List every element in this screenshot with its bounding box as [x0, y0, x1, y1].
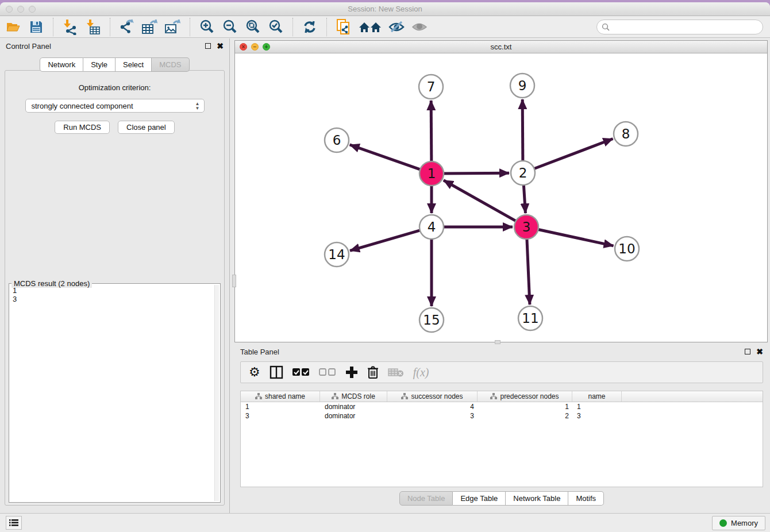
graph-edge-3-1[interactable] [444, 180, 517, 222]
zoom-in-icon[interactable] [198, 18, 215, 36]
result-scrollbar[interactable] [214, 285, 219, 501]
node-table: shared nameMCDS rolesuccessor nodesprede… [240, 391, 763, 487]
column-header-name[interactable]: name [572, 391, 622, 402]
graph-edge-2-3[interactable] [523, 184, 525, 213]
optimization-criterion-select[interactable]: strongly connected component ▲▼ [25, 99, 205, 113]
deselect-checkboxes-icon[interactable] [319, 368, 336, 376]
table-cell[interactable]: 1 [572, 402, 622, 411]
home-icon[interactable] [358, 18, 382, 36]
table-cell[interactable]: 3 [387, 411, 478, 421]
graph-node-label-1: 1 [428, 166, 436, 181]
export-image-icon[interactable] [164, 18, 182, 36]
table-cell[interactable]: 2 [478, 411, 572, 421]
graph-edge-3-10[interactable] [537, 229, 614, 246]
control-panel-title: Control Panel [6, 42, 51, 51]
tab-style[interactable]: Style [83, 57, 116, 72]
graph-node-label-2: 2 [519, 165, 528, 180]
splitter-handle-horizontal[interactable] [495, 340, 500, 344]
mcds-result-list[interactable]: 1 3 [13, 286, 213, 501]
tab-mcds[interactable]: MCDS [152, 57, 189, 72]
network-canvas[interactable]: 1234678910111415 [235, 53, 767, 342]
table-toolbar: ⚙ [240, 361, 763, 383]
tab-network[interactable]: Network [40, 57, 83, 72]
search-input[interactable] [596, 20, 763, 34]
graph-node-label-14: 14 [328, 247, 345, 262]
titlebar: Session: New Session [0, 2, 770, 16]
duplicate-network-icon[interactable] [335, 18, 352, 36]
export-table-icon[interactable] [141, 18, 159, 36]
column-header-shared-name[interactable]: shared name [241, 391, 320, 402]
tab-node-table[interactable]: Node Table [399, 491, 453, 506]
column-header-MCDS-role[interactable]: MCDS role [320, 391, 387, 402]
zoom-selected-icon[interactable] [267, 18, 284, 36]
graph-edge-3-11[interactable] [527, 238, 530, 304]
network-graph[interactable]: 1234678910111415 [235, 53, 767, 342]
tab-motifs[interactable]: Motifs [568, 491, 604, 506]
graph-node-label-6: 6 [333, 133, 341, 148]
column-layout-icon[interactable] [270, 365, 283, 379]
node-table-header: shared nameMCDS rolesuccessor nodesprede… [241, 391, 763, 402]
search-container [596, 20, 763, 34]
hierarchy-icon [490, 393, 497, 400]
delete-column-icon[interactable] [367, 365, 379, 379]
refresh-icon[interactable] [301, 18, 318, 36]
float-table-panel-icon[interactable] [745, 349, 750, 354]
splitter-handle-vertical[interactable] [232, 275, 236, 287]
import-network-icon[interactable] [61, 18, 79, 36]
hide-selected-icon[interactable] [388, 18, 405, 36]
graph-node-label-10: 10 [618, 241, 635, 256]
save-session-icon[interactable] [28, 18, 45, 36]
table-cell[interactable]: 4 [387, 402, 478, 411]
tab-edge-table[interactable]: Edge Table [453, 491, 506, 506]
import-table-icon[interactable] [84, 18, 102, 36]
export-network-icon[interactable] [118, 18, 136, 36]
memory-button[interactable]: Memory [712, 516, 765, 530]
table-cell[interactable]: dominator [320, 402, 387, 411]
column-header-successor-nodes[interactable]: successor nodes [387, 391, 478, 402]
delete-table-icon[interactable] [388, 367, 404, 377]
table-cell[interactable]: 1 [478, 402, 572, 411]
settings-gear-icon[interactable]: ⚙ [249, 366, 260, 379]
function-builder-icon[interactable]: f(x) [413, 366, 429, 379]
table-cell[interactable]: 3 [241, 411, 320, 421]
add-column-icon[interactable] [345, 366, 358, 379]
graph-edge-2-9[interactable] [522, 99, 523, 162]
open-file-icon[interactable] [5, 18, 22, 36]
graph-edge-2-8[interactable] [533, 139, 613, 169]
table-panel-tabs: Node TableEdge TableNetwork TableMotifs [234, 491, 769, 506]
zoom-out-icon[interactable] [221, 18, 238, 36]
graph-node-label-9: 9 [518, 78, 527, 93]
select-all-checkboxes-icon[interactable] [292, 368, 310, 376]
table-row[interactable]: 3dominator323 [241, 411, 763, 421]
table-cell[interactable]: dominator [320, 411, 387, 421]
main-area: Control Panel ✖ NetworkStyleSelectMCDS O… [0, 38, 770, 513]
toolbar-separator [53, 18, 53, 36]
graph-edge-1-6[interactable] [350, 145, 421, 170]
network-title: scc.txt [235, 43, 767, 51]
table-cell[interactable]: 1 [241, 402, 320, 411]
memory-status-icon [719, 519, 727, 527]
table-cell[interactable]: 3 [572, 411, 622, 421]
close-panel-icon[interactable]: ✖ [217, 43, 224, 49]
tab-network-table[interactable]: Network Table [506, 491, 568, 506]
table-row[interactable]: 1dominator411 [241, 402, 763, 411]
graph-node-label-8: 8 [622, 126, 630, 141]
zoom-fit-icon[interactable] [244, 18, 261, 36]
close-panel-button[interactable]: Close panel [118, 121, 175, 134]
float-panel-icon[interactable] [205, 43, 211, 49]
task-history-button[interactable] [6, 516, 22, 530]
table-panel-title: Table Panel [240, 348, 279, 356]
hierarchy-icon [255, 393, 262, 400]
column-label: name [588, 392, 605, 400]
graph-edge-1-7[interactable] [431, 101, 432, 163]
application-window: Session: New Session [0, 2, 770, 532]
graph-node-label-3: 3 [522, 219, 531, 234]
tab-select[interactable]: Select [116, 57, 152, 72]
show-all-icon[interactable] [411, 18, 428, 36]
graph-edge-1-2[interactable] [442, 173, 509, 174]
graph-edge-4-14[interactable] [350, 230, 421, 250]
mcds-result-box: MCDS result (2 nodes) 1 3 [9, 283, 221, 503]
column-header-predecessor-nodes[interactable]: predecessor nodes [478, 391, 572, 402]
run-mcds-button[interactable]: Run MCDS [55, 121, 110, 134]
close-table-panel-icon[interactable]: ✖ [756, 349, 763, 354]
